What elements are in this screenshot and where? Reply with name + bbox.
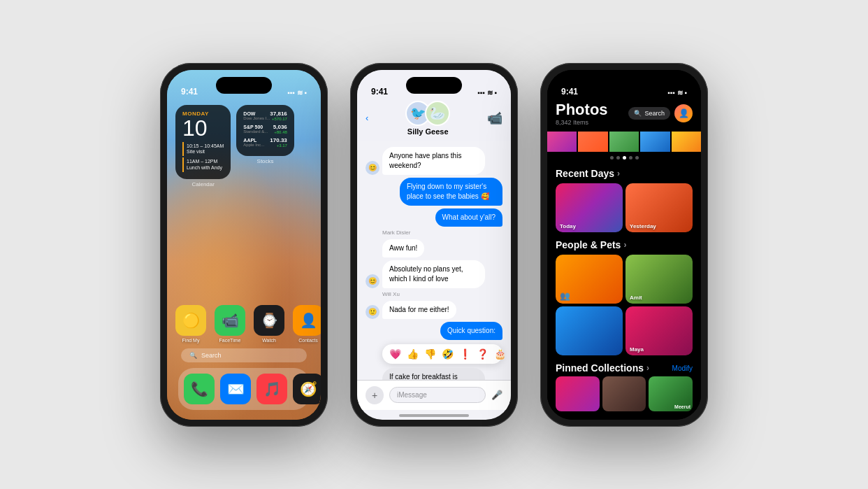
phone-icon: 📞 <box>184 374 215 404</box>
message-row: 🙂 Nada for me either! <box>366 301 502 319</box>
chevron-icon: › <box>617 169 620 178</box>
status-time-3: 9:41 <box>561 87 578 97</box>
sender-label: Will Xu <box>382 291 502 297</box>
music-app[interactable]: 🎵 <box>256 374 287 404</box>
people-pets-grid: 👥 Amit Maya <box>556 255 693 355</box>
tapback-cake[interactable]: 🎂 <box>494 348 506 360</box>
find-my-icon: 🟡 <box>175 305 206 336</box>
tapback-thumbsdown[interactable]: 👎 <box>424 348 436 360</box>
status-icons: ▪▪▪ ≋ ▪ <box>287 89 307 97</box>
person-card-maya[interactable]: Maya <box>625 306 693 355</box>
tapback-exclaim[interactable]: ❗ <box>459 348 471 360</box>
message-row: 😊 Anyone have plans this weekend? <box>366 147 502 175</box>
watch-icon: ⌚ <box>254 305 284 336</box>
phone-photos: 9:41 ▪▪▪ ≋ ▪ Photos 8,342 Items 🔍 Search… <box>540 63 708 427</box>
message-row: Aww fun! <box>366 239 502 257</box>
video-call-button[interactable]: 📹 <box>487 111 502 126</box>
compass-app[interactable]: 🧭 <box>293 374 321 404</box>
people-pets-title: People & Pets › <box>556 239 626 250</box>
facetime-label: FaceTime <box>219 338 241 343</box>
hero-photo-2 <box>578 132 607 153</box>
contacts-label: Contacts <box>298 338 318 343</box>
tapback-bar[interactable]: 💗 👍 👎 🤣 ❗ ❓ 🎂 … <box>382 344 502 364</box>
dynamic-island-2 <box>406 77 462 94</box>
dock: 📞 ✉️ 🎵 🧭 <box>178 368 310 410</box>
yesterday-label: Yesterday <box>630 223 656 229</box>
message-bubble: Aww fun! <box>382 239 424 257</box>
message-bubble: What about y'all? <box>435 208 502 227</box>
status-icons-2: ▪▪▪ ≋ ▪ <box>477 89 497 97</box>
hero-photos-strip <box>547 132 701 153</box>
phone-messages: 9:41 ▪▪▪ ≋ ▪ ‹ 🐦 🦢 Silly Geese 📹 😊 <box>350 63 518 427</box>
person-card-1[interactable]: 👥 <box>556 255 623 304</box>
status-time: 9:41 <box>181 87 198 97</box>
pinned-thumb-1[interactable] <box>556 376 600 411</box>
photos-screen: 9:41 ▪▪▪ ≋ ▪ Photos 8,342 Items 🔍 Search… <box>547 70 701 420</box>
tapback-question[interactable]: ❓ <box>477 348 489 360</box>
page-indicator <box>547 152 701 164</box>
pinned-location-label: Meerut <box>674 404 690 409</box>
status-icons-3: ▪▪▪ ≋ ▪ <box>667 89 687 97</box>
search-icon-2: 🔍 <box>634 110 642 117</box>
recent-days-grid: Today Yesterday <box>556 183 693 232</box>
tapback-heart[interactable]: 💗 <box>389 348 401 360</box>
recent-days-section: Recent Days › Today Yesterday <box>547 164 701 235</box>
watch-label: Watch <box>262 338 276 343</box>
sender-label: Mark Disler <box>382 229 502 236</box>
calendar-widget-label: Calendar <box>175 181 231 187</box>
back-button[interactable]: ‹ <box>366 113 368 123</box>
group-name: Silly Geese <box>405 127 450 136</box>
hero-photo-5 <box>672 132 701 153</box>
message-bubble: Nada for me either! <box>382 301 456 319</box>
contacts-app[interactable]: 👤 Contacts <box>293 305 321 343</box>
search-icon: 🔍 <box>189 352 197 359</box>
photos-search-button[interactable]: 🔍 Search <box>628 107 670 120</box>
mail-icon: ✉️ <box>220 374 251 404</box>
dot-1 <box>610 156 614 160</box>
facetime-icon: 📹 <box>215 305 245 336</box>
pinned-collections-title: Pinned Collections › <box>556 362 649 374</box>
calendar-widget[interactable]: MONDAY 10 10:15 – 10:45AMSite visit 11AM… <box>175 105 231 188</box>
home-screen: 9:41 ▪▪▪ ≋ ▪ MONDAY 10 10:15 – 10:45AMSi… <box>167 70 321 420</box>
group-icon: 👥 <box>560 291 570 301</box>
pinned-thumb-2[interactable] <box>602 376 646 411</box>
watch-app[interactable]: ⌚ Watch <box>254 305 284 343</box>
phone-app[interactable]: 📞 <box>184 374 215 404</box>
add-attachment-button[interactable]: + <box>366 386 384 404</box>
microphone-button[interactable]: 🎤 <box>491 390 502 400</box>
message-bubble: Anyone have plans this weekend? <box>382 147 485 175</box>
spotlight-search[interactable]: 🔍 Search <box>181 348 307 362</box>
cal-day-number: 10 <box>182 117 224 139</box>
status-time-2: 9:41 <box>371 87 388 97</box>
people-pets-section: People & Pets › 👥 Amit Maya <box>547 235 701 358</box>
dot-3 <box>623 156 626 160</box>
yesterday-card[interactable]: Yesterday <box>625 183 693 232</box>
sender-avatar: 🙂 <box>366 305 379 319</box>
person-card-amit[interactable]: Amit <box>625 255 693 304</box>
mail-app[interactable]: ✉️ <box>220 374 251 404</box>
message-row: What about y'all? <box>366 208 502 227</box>
stocks-widget[interactable]: DOWDow Jones I... 37,816+570.17 S&P 500S… <box>236 105 294 188</box>
pinned-collections-header: Pinned Collections › Modify <box>547 358 701 376</box>
message-bubble: If cake for breakfast is wrong, I don't … <box>382 368 485 380</box>
find-my-app[interactable]: 🟡 Find My <box>175 305 206 343</box>
stocks-widget-label: Stocks <box>236 158 294 164</box>
message-bubble: Quick question: <box>440 322 502 340</box>
person-card-3[interactable] <box>556 306 623 355</box>
avatar-2: 🦢 <box>425 101 450 126</box>
message-bubble: Flying down to my sister's place to see … <box>400 178 502 206</box>
today-card[interactable]: Today <box>556 183 623 232</box>
sender-avatar: 😊 <box>366 274 379 288</box>
message-row: 😊 If cake for breakfast is wrong, I don'… <box>366 368 502 380</box>
user-avatar[interactable]: 👤 <box>674 104 693 122</box>
imessage-input[interactable]: iMessage <box>389 387 486 403</box>
modify-button[interactable]: Modify <box>672 364 693 372</box>
message-row: Flying down to my sister's place to see … <box>366 178 502 206</box>
facetime-app[interactable]: 📹 FaceTime <box>215 305 245 343</box>
tapback-thumbsup[interactable]: 👍 <box>407 348 419 360</box>
cal-event-1: 10:15 – 10:45AMSite visit <box>182 142 224 157</box>
tapback-laugh[interactable]: 🤣 <box>442 348 454 360</box>
hero-photo-1 <box>547 132 577 153</box>
message-row: Quick question: <box>366 322 502 340</box>
pinned-thumb-3[interactable]: Meerut <box>649 376 693 411</box>
